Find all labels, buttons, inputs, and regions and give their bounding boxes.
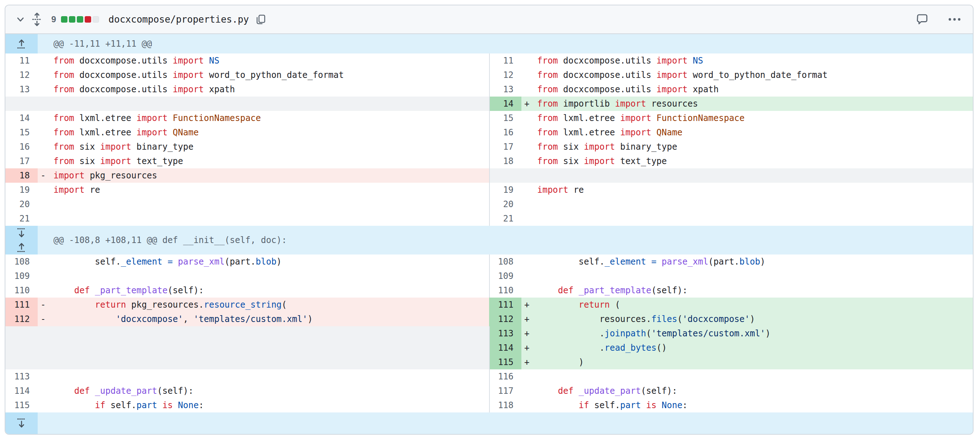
line-number-cell[interactable]: 11 — [489, 54, 522, 68]
line-number-cell[interactable]: 15 — [5, 125, 38, 140]
line-number-cell[interactable]: 111 — [5, 297, 38, 312]
code-line: + .read_bytes() — [522, 340, 973, 355]
line-number-cell[interactable]: 117 — [489, 384, 522, 398]
code-line: import re — [522, 183, 973, 197]
copy-icon — [255, 14, 266, 25]
line-number-cell[interactable]: 16 — [5, 140, 38, 154]
line-number-cell[interactable]: 110 — [489, 283, 522, 297]
code-line: if self.part is None: — [522, 398, 973, 412]
line-number-cell[interactable]: 111 — [489, 297, 522, 312]
line-number-cell[interactable]: 13 — [489, 82, 522, 97]
diffstat-square-added — [77, 16, 83, 22]
line-number-cell[interactable]: 11 — [5, 54, 38, 68]
expand-down-button[interactable] — [5, 226, 38, 240]
line-number-cell[interactable]: 109 — [5, 269, 38, 283]
code-line: def _part_template(self): — [522, 283, 973, 297]
line-number-cell[interactable]: 109 — [489, 269, 522, 283]
code-line — [522, 197, 973, 212]
file-diff-card: 9 docxcompose/properties.py — [5, 5, 974, 435]
file-path-link[interactable]: docxcompose/properties.py — [108, 14, 249, 25]
code-line: from six import text_type — [38, 154, 489, 169]
code-line: from six import binary_type — [522, 140, 973, 154]
hunk-header-row: @@ -108,8 +108,11 @@ def __init__(self, … — [5, 226, 973, 254]
line-number-cell[interactable]: 113 — [5, 369, 38, 384]
line-number-cell[interactable]: 21 — [5, 212, 38, 226]
diff-row: 109109 — [5, 269, 973, 283]
copy-path-button[interactable] — [253, 11, 269, 27]
code-line — [522, 212, 973, 226]
comment-icon — [916, 13, 929, 26]
line-number-cell[interactable]: 108 — [5, 254, 38, 269]
line-number-cell — [5, 340, 38, 355]
code-line — [522, 169, 973, 183]
expand-up-button[interactable] — [5, 240, 38, 254]
code-line — [38, 369, 489, 384]
addition-marker: + — [524, 312, 529, 326]
line-number-cell[interactable]: 17 — [5, 154, 38, 169]
line-number-cell[interactable]: 115 — [5, 398, 38, 412]
line-number-cell[interactable]: 108 — [489, 254, 522, 269]
line-number-cell[interactable]: 14 — [489, 97, 522, 111]
line-number-cell[interactable]: 116 — [489, 369, 522, 384]
expand-down-button[interactable] — [5, 412, 38, 434]
line-number-cell — [5, 355, 38, 369]
diff-row: 2121 — [5, 212, 973, 226]
code-line: self._element = parse_xml(part.blob) — [522, 254, 973, 269]
line-number-cell[interactable]: 112 — [489, 312, 522, 326]
line-number-cell[interactable]: 19 — [5, 183, 38, 197]
line-number-cell[interactable]: 19 — [489, 183, 522, 197]
line-number-cell — [5, 97, 38, 111]
collapse-file-button[interactable] — [13, 12, 28, 27]
addition-marker: + — [524, 340, 529, 355]
line-number-cell[interactable]: 21 — [489, 212, 522, 226]
diff-row: 113+ .joinpath('templates/custom.xml') — [5, 326, 973, 340]
diff-row: 115 if self.part is None:118 if self.par… — [5, 398, 973, 412]
diff-row: 114 def _update_part(self):117 def _upda… — [5, 384, 973, 398]
code-line: -import pkg_resources — [38, 169, 489, 183]
file-options-button[interactable] — [946, 11, 963, 27]
addition-marker: + — [524, 297, 529, 312]
diff-row: 111- return pkg_resources.resource_strin… — [5, 297, 973, 312]
line-number-cell[interactable]: 20 — [489, 197, 522, 212]
diff-row: 15from lxml.etree import QName16from lxm… — [5, 125, 973, 140]
code-line: from docxcompose.utils import xpath — [522, 82, 973, 97]
code-line: - 'docxcompose', 'templates/custom.xml') — [38, 312, 489, 326]
line-number-cell[interactable]: 18 — [5, 169, 38, 183]
hunk-header-text — [38, 412, 973, 434]
line-number-cell[interactable]: 15 — [489, 111, 522, 125]
diff-footer-expander-row — [5, 412, 973, 434]
hunk-expander-gutter — [5, 34, 38, 54]
code-line: from docxcompose.utils import NS — [38, 54, 489, 68]
line-number-cell[interactable]: 16 — [489, 125, 522, 140]
line-number-cell[interactable]: 13 — [5, 82, 38, 97]
line-number-cell[interactable]: 115 — [489, 355, 522, 369]
line-number-cell[interactable]: 114 — [5, 384, 38, 398]
line-number-cell[interactable]: 110 — [5, 283, 38, 297]
code-line: def _update_part(self): — [38, 384, 489, 398]
line-number-cell[interactable]: 14 — [5, 111, 38, 125]
line-number-cell[interactable]: 17 — [489, 140, 522, 154]
code-line — [38, 197, 489, 212]
fold-down-icon — [16, 417, 27, 429]
code-line: +from importlib import resources — [522, 97, 973, 111]
expand-all-hunks-button[interactable] — [29, 11, 45, 28]
diff-row: 2020 — [5, 197, 973, 212]
line-number-cell[interactable]: 118 — [489, 398, 522, 412]
file-comment-button[interactable] — [914, 11, 931, 27]
diffstat-square-neutral — [92, 16, 99, 22]
line-number-cell[interactable]: 20 — [5, 197, 38, 212]
line-number-cell[interactable]: 12 — [489, 68, 522, 82]
fold-up-icon — [16, 38, 27, 50]
diff-row: 114+ .read_bytes() — [5, 340, 973, 355]
code-line: + .joinpath('templates/custom.xml') — [522, 326, 973, 340]
line-number-cell[interactable]: 112 — [5, 312, 38, 326]
line-number-cell[interactable]: 114 — [489, 340, 522, 355]
deletion-marker: - — [41, 169, 46, 183]
line-number-cell[interactable]: 18 — [489, 154, 522, 169]
diff-row: 14+from importlib import resources — [5, 97, 973, 111]
expand-up-button[interactable] — [5, 34, 38, 54]
diff-row: 112- 'docxcompose', 'templates/custom.xm… — [5, 312, 973, 326]
code-line: - return pkg_resources.resource_string( — [38, 297, 489, 312]
line-number-cell[interactable]: 12 — [5, 68, 38, 82]
line-number-cell[interactable]: 113 — [489, 326, 522, 340]
